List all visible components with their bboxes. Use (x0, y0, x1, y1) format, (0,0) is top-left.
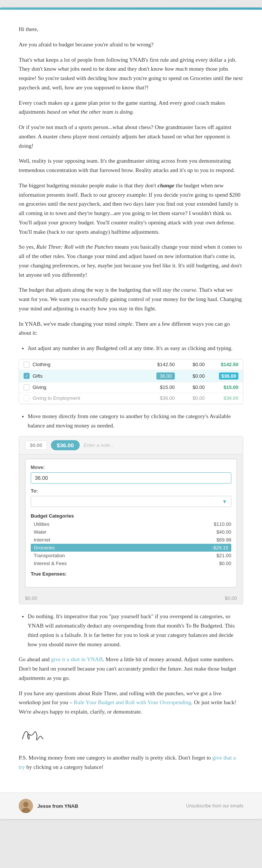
category-name: Giving to Employment (33, 395, 141, 401)
paragraph-11: If you have any questions about Rule Thr… (19, 689, 243, 717)
activity-amount: $0.00 (175, 373, 205, 379)
paragraph-6: The biggest budgeting mistake people mak… (19, 181, 243, 237)
to-label: To: (31, 488, 231, 494)
cat-name: Internet (34, 537, 50, 543)
email-body: Hi there, Are you afraid to budget becau… (0, 10, 262, 792)
row-checkbox-checked: ✓ (24, 373, 30, 379)
email-footer: Jesse from YNAB Unsubscribe from our ema… (0, 792, 262, 819)
categories-header: Budget Categories (31, 512, 231, 520)
bullet-3: Do nothing. It's imperative that you "pa… (28, 612, 243, 649)
table-row: Giving $15.00 $0.00 $15.00 (19, 382, 243, 393)
p9-italic: simple (118, 321, 132, 327)
footer-left: Jesse from YNAB (19, 799, 78, 813)
p2-how: how much (165, 66, 188, 72)
category-item-groceries[interactable]: Groceries -$29.15 (31, 544, 231, 552)
row-checkbox (24, 384, 30, 390)
category-name: Gifts (33, 373, 141, 379)
p6-text2: the budget when new information presents… (19, 183, 241, 235)
paragraph-7: So yes, Rule Three: Roll with the Punche… (19, 242, 243, 279)
p2-text2: jobs need to be done and they don't know (69, 66, 165, 72)
cat-amount: $40.00 (216, 529, 231, 535)
cat-amount-neg: -$29.15 (212, 545, 228, 550)
paragraph-8: The budget that adjusts along the way is… (19, 285, 243, 313)
footer-sender-name: Jesse (37, 803, 51, 809)
footer-name: Jesse from YNAB (37, 803, 78, 809)
cat-name: Utilities (34, 521, 49, 527)
dropdown-arrow-icon: ▼ (222, 499, 227, 504)
enter-note-placeholder: Enter a note... (83, 442, 114, 448)
signature (19, 724, 243, 747)
true-expenses-header: True Expenses: (31, 570, 231, 578)
avatar (19, 799, 33, 813)
cat-amount: $110.00 (214, 521, 231, 527)
cat-amount: $0.00 (219, 561, 231, 566)
category-item-water: Water $40.00 (31, 528, 231, 536)
row-checkbox (24, 395, 30, 401)
table-row: ✓ Gifts 36.00 $0.00 $36.00 (19, 370, 243, 382)
bullet-1: Just adjust any number in any Budgeted c… (28, 344, 243, 353)
bullets-list-2: Move money directly from one category to… (19, 412, 243, 430)
row-checkbox (24, 362, 30, 368)
p2-what: what (58, 66, 69, 72)
cat-name: Groceries (34, 545, 55, 550)
p6-text1: The biggest budgeting mistake people mak… (19, 183, 158, 188)
signature-svg (19, 724, 49, 745)
category-item-interest: Interest & Fees $0.00 (31, 559, 231, 567)
cat-amount: $69.98 (216, 537, 231, 543)
paragraph-2: That's what keeps a lot of people from f… (19, 55, 243, 92)
p3-italic: based on what the other team is doing. (47, 109, 134, 115)
category-item-transportation: Transportation $21.00 (31, 552, 231, 559)
paragraph-9: In YNAB, we've made changing your mind s… (19, 319, 243, 338)
paragraph-10: Go ahead and give it a shot in YNAB. Mov… (19, 655, 243, 683)
move-bottom-row: $0.00 $0.00 (19, 592, 243, 604)
footer-unsubscribe[interactable]: Unsubscribe from our emails (186, 803, 243, 809)
paragraph-5: Well, reality is your opposing team. It'… (19, 156, 243, 175)
move-money-screenshot: $0.00 $36.00 Enter a note... Move: 36.00… (19, 436, 243, 604)
cat-amount: $21.00 (216, 553, 231, 558)
balance-zero: $0.00 (25, 441, 47, 450)
to-dropdown[interactable]: ▼ (31, 496, 231, 507)
workshop-link[interactable]: Rule Your Budget and Roll with Your Over… (74, 699, 191, 705)
move-money-top-bar: $0.00 $36.00 Enter a note... (19, 436, 243, 454)
paragraph-3: Every coach makes up a game plan prior t… (19, 98, 243, 117)
bullet-2: Move money directly from one category to… (28, 412, 243, 430)
budgeted-amount: $142.50 (141, 362, 175, 367)
ps-paragraph: P.S. Moving money from one category to a… (19, 753, 243, 772)
svg-point-1 (23, 802, 28, 807)
budget-categories-list: Budget Categories Utilities $110.00 Wate… (31, 512, 231, 578)
category-item-utilities: Utilities $110.00 (31, 520, 231, 528)
budget-table: Clothing $142.50 $0.00 $142.50 ✓ Gifts 3… (19, 359, 243, 404)
available-amount: $15.00 (205, 384, 238, 390)
category-name: Giving (33, 384, 141, 390)
ps-text1: P.S. Moving money from one category to a… (19, 755, 212, 761)
budgeted-amount: $36.00 (141, 395, 175, 401)
table-row: Clothing $142.50 $0.00 $142.50 (19, 359, 243, 370)
p7-text1: So yes, (19, 244, 36, 250)
cat-name: Interest & Fees (34, 561, 67, 566)
budgeted-amount: 36.00 (141, 372, 175, 380)
move-input: 36.00 (31, 472, 231, 484)
bottom-right-amount: $0.00 (225, 595, 237, 601)
paragraph-4: Or if you're not much of a sports person… (19, 123, 243, 150)
bottom-left-amount: $0.00 (25, 595, 37, 601)
available-amount: $36.00 (205, 395, 238, 401)
signature-scribble (19, 724, 243, 747)
activity-amount: $0.00 (175, 395, 205, 401)
p6-change: change (158, 183, 174, 188)
budgeted-amount: $15.00 (141, 384, 175, 390)
available-amount: $142.50 (205, 362, 238, 367)
balance-active: $36.00 (51, 440, 80, 450)
ynab-link[interactable]: give it a shot in YNAB (51, 656, 103, 662)
p10-text1: Go ahead and (19, 656, 51, 662)
cat-name: Transportation (34, 553, 65, 558)
table-row: Giving to Employment $36.00 $0.00 $36.00 (19, 393, 243, 404)
category-name: Clothing (33, 362, 141, 367)
bullets-list-3: Do nothing. It's imperative that you "pa… (19, 612, 243, 649)
cat-name: Water (34, 529, 46, 535)
move-label: Move: (31, 464, 231, 470)
email-container: Hi there, Are you afraid to budget becau… (0, 7, 262, 819)
bullets-list: Just adjust any number in any Budgeted c… (19, 344, 243, 353)
budget-screenshot: Clothing $142.50 $0.00 $142.50 ✓ Gifts 3… (19, 359, 243, 404)
available-amount: $36.00 (205, 372, 238, 380)
activity-amount: $0.00 (175, 362, 205, 367)
